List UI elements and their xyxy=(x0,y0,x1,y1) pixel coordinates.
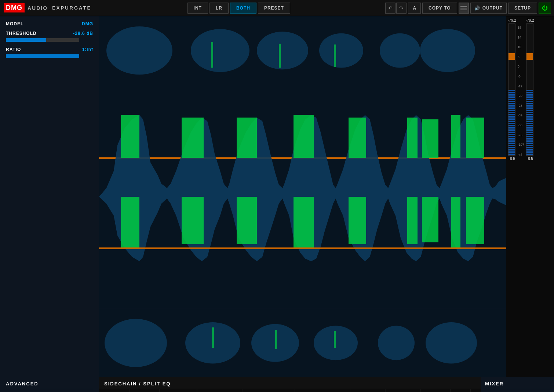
line-dash-2 xyxy=(460,8,467,8)
svg-rect-27 xyxy=(407,197,418,244)
sidechain-title: SIDECHAIN / SPLIT EQ xyxy=(99,377,481,389)
scale-inf: -inf xyxy=(518,153,524,156)
svg-point-3 xyxy=(191,29,249,72)
threshold-slider[interactable] xyxy=(6,38,79,42)
svg-point-4 xyxy=(257,32,308,69)
meter-left-top-value: -79.2 xyxy=(508,18,516,22)
meter-blue-left xyxy=(509,89,515,155)
ab-button[interactable]: A xyxy=(408,3,421,14)
svg-point-33 xyxy=(105,319,167,367)
meter-orange-left xyxy=(509,53,515,60)
svg-rect-42 xyxy=(99,389,481,392)
power-button[interactable]: ⏻ xyxy=(539,3,551,14)
eq-display[interactable]: 0dB -24dB -48dB -72dB 24dB 12dB 0dB -12d… xyxy=(99,389,481,392)
scale-18: 18 xyxy=(518,26,524,29)
svg-rect-26 xyxy=(349,197,366,244)
svg-rect-16 xyxy=(294,115,314,158)
line-dash-1 xyxy=(460,6,467,7)
model-value[interactable]: DMG xyxy=(82,21,93,26)
output-button[interactable]: 🔊 OUTPUT xyxy=(470,3,507,14)
left-panel: MODEL DMG THRESHOLD -28.6 dB RATIO 1:Inf xyxy=(0,16,99,377)
scale-5: 5 xyxy=(518,55,524,59)
setup-button[interactable]: SETUP xyxy=(508,3,537,14)
bottom-section: ADVANCED KNEE 0.0 dB RANGE 80.2 dB ATTAC… xyxy=(0,377,554,392)
svg-point-7 xyxy=(420,29,475,72)
scale-12: -12 xyxy=(518,84,524,88)
svg-rect-9 xyxy=(279,44,281,68)
preset-button[interactable]: PRESET xyxy=(258,3,290,14)
ratio-row: RATIO 1:Inf xyxy=(6,47,93,52)
scale-6: -6 xyxy=(518,75,524,78)
main-waveform xyxy=(99,85,506,308)
threshold-row: THRESHOLD -28.6 dB xyxy=(6,31,93,36)
meter-scale: 18 14 10 5 0 -6 -12 -20 -28 -39 -53 -73 … xyxy=(518,25,524,157)
audio-text: AUDIO xyxy=(28,5,48,11)
svg-rect-8 xyxy=(211,42,213,68)
model-label: MODEL xyxy=(6,21,23,26)
svg-rect-20 xyxy=(451,115,460,158)
lines-icon[interactable] xyxy=(459,3,469,14)
dmg-logo: DMG xyxy=(4,3,25,12)
meter-orange-right xyxy=(526,53,533,60)
lr-button[interactable]: LR xyxy=(209,3,229,14)
svg-point-6 xyxy=(380,33,420,68)
svg-rect-15 xyxy=(237,117,257,158)
undo-redo: ↶ ↷ xyxy=(385,3,407,14)
meter-left: -79.2 -8.5 xyxy=(508,18,516,161)
output-label: OUTPUT xyxy=(482,6,503,11)
both-button[interactable]: BOTH xyxy=(230,3,256,14)
svg-rect-13 xyxy=(121,115,139,158)
threshold-value[interactable]: -28.6 dB xyxy=(73,31,93,36)
scale-53: -53 xyxy=(518,123,524,127)
svg-point-38 xyxy=(426,322,477,363)
meter-section: -79.2 -8.5 18 14 10 5 0 -6 -12 -20 xyxy=(506,16,554,377)
main-area: MODEL DMG THRESHOLD -28.6 dB RATIO 1:Inf xyxy=(0,16,554,377)
eq-svg[interactable]: 0dB -24dB -48dB -72dB 24dB 12dB 0dB -12d… xyxy=(99,389,481,392)
meter-right: -79.2 -8.5 xyxy=(526,18,534,161)
meter-left-bar xyxy=(508,23,515,156)
speaker-icon: 🔊 xyxy=(474,6,480,11)
topbar: DMG AUDIO EXPURGATE INT LR BOTH PRESET ↶… xyxy=(0,0,554,16)
logo-area: DMG AUDIO EXPURGATE xyxy=(0,3,95,12)
sidechain-panel: SIDECHAIN / SPLIT EQ xyxy=(99,377,481,392)
svg-rect-10 xyxy=(334,44,336,67)
svg-rect-21 xyxy=(466,117,484,158)
meter-right-top-value: -79.2 xyxy=(526,18,534,22)
svg-rect-17 xyxy=(349,117,366,158)
advanced-panel: ADVANCED KNEE 0.0 dB RANGE 80.2 dB ATTAC… xyxy=(0,377,99,392)
ratio-slider[interactable] xyxy=(6,54,79,58)
ratio-value[interactable]: 1:Inf xyxy=(82,47,93,52)
bottom-waveform xyxy=(99,309,506,377)
meter-blue-right xyxy=(526,89,533,155)
redo-button[interactable]: ↷ xyxy=(396,3,407,14)
scale-20: -20 xyxy=(518,94,524,98)
mixer-panel: MIXER IN 0.0 MU 0.0 DRY xyxy=(481,377,554,392)
top-waveform xyxy=(99,16,506,85)
scale-14: 14 xyxy=(518,36,524,39)
expurgate-title: EXPURGATE xyxy=(52,5,91,11)
svg-point-2 xyxy=(106,26,172,75)
svg-rect-19 xyxy=(422,119,438,158)
scale-0: 0 xyxy=(518,65,524,68)
params-area: MODEL DMG THRESHOLD -28.6 dB RATIO 1:Inf xyxy=(0,16,99,377)
model-row: MODEL DMG xyxy=(6,21,93,26)
waveform-display[interactable] xyxy=(99,16,506,377)
scale-10: 10 xyxy=(518,45,524,49)
waveform-section xyxy=(99,16,506,377)
svg-rect-40 xyxy=(275,330,277,349)
svg-rect-18 xyxy=(407,117,418,158)
meter-right-bottom-value: -8.5 xyxy=(527,157,533,161)
int-button[interactable]: INT xyxy=(187,3,208,14)
topbar-right: ↶ ↷ A COPY TO 🔊 OUTPUT SETUP ⏻ xyxy=(382,3,554,14)
scale-39: -39 xyxy=(518,113,524,117)
svg-rect-41 xyxy=(334,331,336,348)
svg-rect-25 xyxy=(294,197,314,248)
svg-rect-22 xyxy=(121,197,139,248)
topbar-center: INT LR BOTH PRESET xyxy=(95,3,382,14)
copy-to-button[interactable]: COPY TO xyxy=(422,3,457,14)
meter-inner: -79.2 -8.5 18 14 10 5 0 -6 -12 -20 xyxy=(506,16,554,377)
ratio-label: RATIO xyxy=(6,47,21,52)
undo-button[interactable]: ↶ xyxy=(385,3,396,14)
svg-point-5 xyxy=(319,33,363,68)
scale-107: -107 xyxy=(518,143,524,146)
